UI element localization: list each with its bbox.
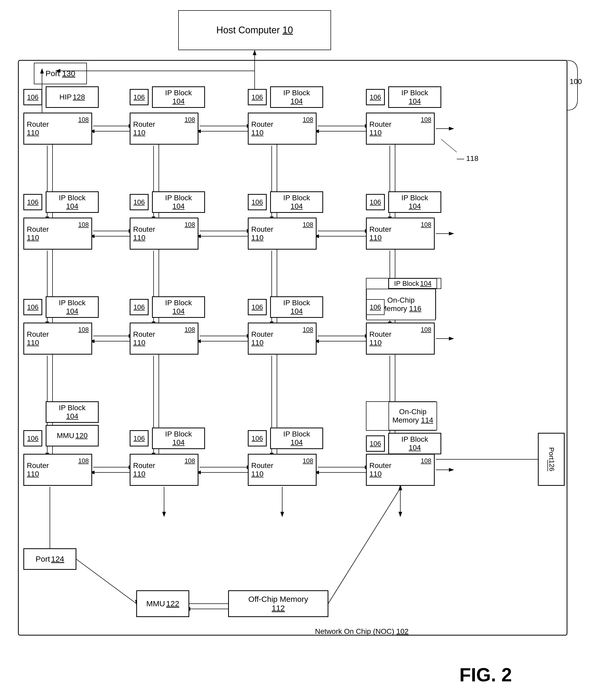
- ip-block-r4c4: IP Block 104: [389, 433, 441, 454]
- router-110-r2c3: Router110 108: [248, 218, 316, 249]
- svg-line-180: [76, 559, 136, 604]
- ip-block-r3c1: IP Block 104: [46, 297, 98, 318]
- router-110-r2c1: Router110 108: [24, 218, 92, 249]
- on-chip-memory-114-box: On-ChipMemory 114: [389, 402, 437, 430]
- ref-100: 100: [570, 77, 582, 86]
- port-124-box: Port 124: [24, 548, 76, 570]
- port-106-r1c3: 106: [248, 89, 267, 105]
- noc-label: Network On Chip (NOC) 102: [315, 627, 408, 636]
- diagram: Host Computer 10 Port 130 Network On Chi…: [0, 0, 593, 700]
- ip-block-r4c3: IP Block 104: [270, 428, 323, 449]
- port-106-r3c1: 106: [24, 299, 42, 315]
- port-130-label: Port 130: [45, 69, 75, 78]
- router-110-r3c4: Router110 108: [366, 323, 434, 354]
- svg-marker-172: [280, 512, 284, 517]
- port-106-r2c3: 106: [248, 194, 267, 210]
- svg-marker-104: [449, 337, 454, 340]
- svg-line-186: [328, 488, 400, 604]
- ip-block-r1c4: IP Block 104: [389, 87, 441, 108]
- ip-block-r2c2: IP Block 104: [152, 192, 205, 213]
- svg-marker-174: [398, 512, 402, 517]
- ip-block-r2c4: IP Block 104: [389, 192, 441, 213]
- router-110-r1c2: Router 110 108: [130, 113, 198, 145]
- ip-block-r3c4-label: IP Block 104: [389, 278, 437, 289]
- ip-block-r4c2: IP Block 104: [152, 428, 205, 449]
- router-110-r1c3: Router 110 108: [248, 113, 316, 145]
- host-computer-label: Host Computer: [216, 25, 280, 36]
- svg-marker-118: [449, 468, 454, 472]
- port-106-r1c1: 106: [24, 89, 42, 105]
- ip-block-r2c3: IP Block 104: [270, 192, 323, 213]
- port-106-r3c2: 106: [130, 299, 148, 315]
- ref-118: — 118: [457, 154, 479, 163]
- port-106-r2c4: 106: [366, 194, 385, 210]
- port-106-r3c4: 106: [366, 299, 385, 315]
- router-110-r4c1: Router110 108: [24, 454, 92, 486]
- port-106-r2c2: 106: [130, 194, 148, 210]
- port-106-r4c2: 106: [130, 430, 148, 446]
- host-computer-box: Host Computer 10: [179, 10, 331, 50]
- ip-block-r4c1-top: IP Block 104: [46, 402, 98, 422]
- router-110-r3c2: Router110 108: [130, 323, 198, 354]
- ip-block-r1c3: IP Block 104: [270, 87, 323, 108]
- router-110-r2c2: Router110 108: [130, 218, 198, 249]
- ip-block-r2c1: IP Block 104: [46, 192, 98, 213]
- port-106-r4c3: 106: [248, 430, 267, 446]
- ip-block-r3c2: IP Block 104: [152, 297, 205, 318]
- router-110-r2c4: Router110 108: [366, 218, 434, 249]
- port-106-r1c2: 106: [130, 89, 148, 105]
- router-110-r3c3: Router110 108: [248, 323, 316, 354]
- port-106-r4c4: 106: [366, 436, 385, 451]
- ip-block-r3c3: IP Block 104: [270, 297, 323, 318]
- host-computer-ref: 10: [282, 25, 293, 36]
- hip-128-box: HIP 128: [46, 87, 98, 108]
- port-130-box: Port 130: [34, 63, 87, 84]
- port-106-r4c1: 106: [24, 430, 42, 446]
- port-106-r2c1: 106: [24, 194, 42, 210]
- mmu-122-box: MMU 122: [136, 590, 189, 617]
- svg-marker-170: [162, 512, 166, 517]
- router-110-r4c3: Router110 108: [248, 454, 316, 486]
- router-110-r1c1: Router 110 108: [24, 113, 92, 145]
- fig-label: FIG. 2: [460, 664, 512, 686]
- svg-marker-90: [449, 232, 454, 236]
- router-110-r4c2: Router110 108: [130, 454, 198, 486]
- port-106-r1c4: 106: [366, 89, 385, 105]
- router-110-r4c4: Router110 108: [366, 454, 434, 486]
- svg-marker-6: [253, 50, 256, 55]
- svg-line-188: [441, 139, 457, 152]
- svg-marker-76: [449, 127, 454, 130]
- router-110-r3c1: Router110 108: [24, 323, 92, 354]
- router-110-r1c4: Router 110 108: [366, 113, 434, 145]
- port-126-box: Port 126: [538, 433, 564, 486]
- port-106-r3c3: 106: [248, 299, 267, 315]
- ip-block-r1c2: IP Block 104: [152, 87, 205, 108]
- off-chip-memory-box: Off-Chip Memory112: [228, 590, 328, 617]
- mmu-120-box: MMU 120: [46, 425, 98, 446]
